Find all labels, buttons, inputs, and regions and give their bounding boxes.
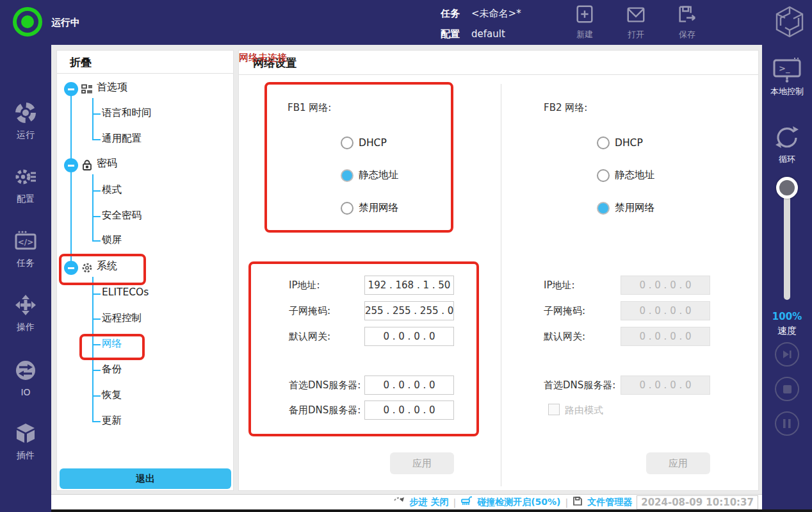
tree-item-update[interactable]: 更新	[102, 414, 122, 427]
radio-icon[interactable]	[341, 169, 353, 182]
radio-label: DHCP	[615, 137, 643, 149]
step-status[interactable]: 步进 关闭	[410, 497, 449, 508]
speed-slider-knob[interactable]	[776, 177, 798, 199]
right-sidebar: >_ 本地控制 循环 100% 速度	[762, 45, 812, 512]
fb1-subnet-input[interactable]: 255 . 255 . 255 . 0	[364, 301, 454, 320]
fb1-dns2-input[interactable]: 0 . 0 . 0 . 0	[364, 401, 454, 420]
sidebar-item-operate[interactable]: 操作	[0, 293, 51, 333]
tree-line	[92, 113, 101, 115]
fb2-gateway-input: 0 . 0 . 0 . 0	[621, 327, 710, 346]
left-sidebar: 运行 配置 </> 任务	[0, 45, 51, 512]
pause-button[interactable]	[775, 411, 799, 436]
radio-icon[interactable]	[597, 169, 610, 182]
fb2-ip-label: IP地址:	[544, 276, 575, 295]
tree-item-network[interactable]: 网络	[102, 337, 122, 351]
run-icon	[14, 115, 37, 127]
column-divider	[501, 84, 501, 486]
radio-label: 静态地址	[359, 169, 398, 182]
fb1-radio-dhcp[interactable]: DHCP	[341, 136, 387, 149]
sidebar-item-label: 任务	[0, 258, 51, 269]
sidebar-item-label: 操作	[0, 322, 51, 333]
fb1-ip-input[interactable]: 192 . 168 . 1 . 50	[364, 276, 454, 295]
fb2-radio-static[interactable]: 静态地址	[597, 169, 654, 182]
fb2-dns1-label: 首选DNS服务器:	[544, 376, 615, 395]
fb2-apply-button[interactable]: 应用	[646, 452, 710, 474]
radio-icon[interactable]	[341, 136, 353, 149]
open-task-label: 打开	[615, 29, 656, 40]
sidebar-item-config[interactable]: 配置	[0, 165, 51, 205]
fb1-gateway-input[interactable]: 0 . 0 . 0 . 0	[364, 327, 454, 346]
new-task-button[interactable]: 新建	[564, 4, 605, 40]
bottom-strip	[51, 509, 812, 512]
tree-line	[92, 240, 101, 242]
save-task-label: 保存	[667, 29, 708, 40]
network-settings-panel: 网络设置 FB1 网络: 网络未连接 DHCP 静态地址 禁用网络 IP地址: …	[238, 50, 759, 491]
tree-item-elitecos[interactable]: ELITECOs	[102, 286, 149, 298]
svg-text:>_: >_	[779, 63, 790, 74]
fb1-radio-disable[interactable]: 禁用网络	[341, 201, 398, 215]
fb1-subnet-label: 子网掩码:	[289, 301, 330, 320]
tree-item-mode[interactable]: 模式	[102, 183, 122, 197]
sidebar-item-task[interactable]: </> 任务	[0, 229, 51, 269]
gear-icon	[81, 262, 93, 276]
save-task-button[interactable]: 保存	[667, 4, 708, 40]
tree-item-password[interactable]: 密码	[97, 157, 117, 170]
stop-button[interactable]	[775, 377, 799, 401]
tree-item-remote-control[interactable]: 远程控制	[102, 311, 142, 325]
collision-status[interactable]: 碰撞检测开启(50%)	[477, 497, 560, 508]
open-task-button[interactable]: 打开	[615, 4, 656, 40]
tree-item-language-time[interactable]: 语言和时间	[102, 106, 152, 120]
tree-item-preferences[interactable]: 首选项	[97, 81, 127, 94]
tree-item-general-config[interactable]: 通用配置	[102, 132, 142, 145]
fb1-dns1-label: 首选DNS服务器:	[289, 376, 361, 395]
move-arrows-icon	[14, 307, 37, 319]
tree-item-lock-screen[interactable]: 锁屏	[102, 233, 122, 247]
tree-line	[70, 89, 72, 268]
tree-line	[92, 190, 101, 192]
sidebar-item-io[interactable]: IO	[0, 359, 51, 397]
tree-collapse-node[interactable]	[64, 261, 78, 275]
fb1-apply-button[interactable]: 应用	[390, 452, 454, 474]
speed-label: 速度	[762, 325, 812, 337]
router-mode-checkbox	[548, 404, 560, 415]
tree-item-system[interactable]: 系统	[97, 260, 117, 273]
speed-slider-track[interactable]	[784, 185, 790, 300]
tree-collapse-node[interactable]	[64, 158, 78, 172]
sidebar-item-plugin[interactable]: 插件	[0, 422, 51, 461]
fb1-dns1-input[interactable]: 0 . 0 . 0 . 0	[364, 376, 454, 395]
fb2-subnet-label: 子网掩码:	[544, 301, 585, 320]
radio-icon[interactable]	[597, 202, 610, 215]
fb1-radio-static[interactable]: 静态地址	[341, 169, 398, 182]
tree-item-restore[interactable]: 恢复	[102, 388, 122, 402]
panel-header: 网络设置	[239, 51, 758, 75]
run-status-label: 运行中	[51, 17, 80, 29]
separator: |	[453, 497, 456, 508]
radio-icon[interactable]	[341, 202, 353, 215]
collapse-label[interactable]: 折叠	[70, 55, 92, 70]
radio-label: 禁用网络	[615, 201, 654, 215]
radio-icon[interactable]	[597, 136, 610, 149]
tree-line	[92, 98, 93, 140]
svg-text:</>: </>	[18, 238, 34, 247]
tree-line	[92, 293, 101, 295]
top-bar: 运行中 任务 <未命名>* 配置 default 新建 打开	[0, 0, 812, 45]
exit-button[interactable]: 退出	[60, 468, 231, 489]
file-manager-button[interactable]: 文件管理器	[587, 497, 632, 508]
sidebar-item-label: 配置	[0, 194, 51, 205]
loop-label: 循环	[762, 154, 812, 165]
tree-item-safety-password[interactable]: 安全密码	[102, 209, 142, 222]
status-bar: 步进 关闭 | 碰撞检测开启(50%) | 文件管理器 2024-08-09 1…	[51, 494, 762, 509]
separator: |	[565, 497, 568, 508]
tree-collapse-node[interactable]	[64, 82, 78, 96]
step-forward-button[interactable]	[775, 342, 799, 367]
radio-label: 禁用网络	[359, 201, 398, 215]
fb2-radio-disable[interactable]: 禁用网络	[597, 201, 654, 215]
sidebar-item-run[interactable]: 运行	[0, 101, 51, 141]
sidebar-item-label: 运行	[0, 129, 51, 141]
radio-label: 静态地址	[615, 169, 654, 182]
loop-button[interactable]	[774, 124, 800, 153]
fb2-radio-dhcp[interactable]: DHCP	[597, 136, 643, 149]
tree-item-backup[interactable]: 备份	[102, 363, 122, 376]
gear-icon	[14, 179, 37, 191]
local-control-button[interactable]: >_	[773, 56, 801, 86]
